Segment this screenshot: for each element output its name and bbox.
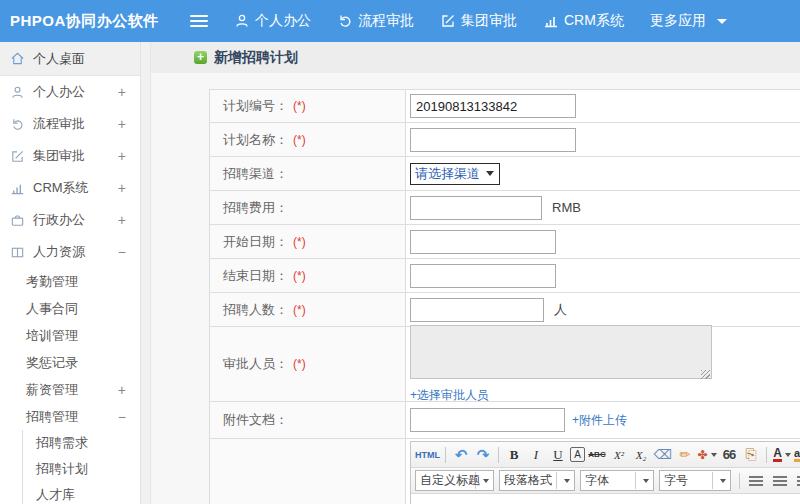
html-source-button[interactable]: HTML xyxy=(415,445,440,465)
unit-suffix: 人 xyxy=(554,301,567,319)
end-date-input[interactable] xyxy=(410,264,556,288)
editor-toolbar-row1: HTML ↶ ↷ B I U A ABC X² X₂ ⌫ xyxy=(411,442,800,468)
start-date-input[interactable] xyxy=(410,230,556,254)
sidebar-item-personal-office[interactable]: 个人办公 + xyxy=(0,76,140,108)
topnav-label: CRM系统 xyxy=(564,12,624,30)
field-label: 计划名称： xyxy=(223,131,288,149)
field-label-cell: 招聘渠道： xyxy=(210,157,406,190)
expand-toggle[interactable]: + xyxy=(118,212,126,228)
sidebar-scrollbar[interactable] xyxy=(140,42,151,504)
topnav-workflow-approval[interactable]: 流程审批 xyxy=(337,12,414,30)
select-value: 请选择渠道 xyxy=(415,165,480,183)
expand-toggle[interactable]: + xyxy=(118,180,126,196)
edit-icon xyxy=(440,13,456,29)
sidebar-item-recruit-plan[interactable]: 招聘计划 xyxy=(23,456,140,482)
chart-icon xyxy=(543,13,559,29)
field-label-cell: 附件文档： xyxy=(210,402,406,438)
hamburger-menu-icon[interactable] xyxy=(190,15,208,27)
font-style-button[interactable]: A xyxy=(570,447,585,462)
expand-toggle[interactable]: + xyxy=(118,148,126,164)
font-color-icon: A xyxy=(773,448,782,462)
sidebar-item-talent-pool[interactable]: 人才库 xyxy=(23,482,140,504)
currency-suffix: RMB xyxy=(552,200,581,215)
sidebar-item-salary[interactable]: 薪资管理 + xyxy=(0,376,140,403)
sidebar-item-recruit-needs[interactable]: 招聘需求 xyxy=(23,430,140,456)
sidebar-item-label: 培训管理 xyxy=(26,327,126,345)
sidebar-item-training[interactable]: 培训管理 xyxy=(0,322,140,349)
sidebar-item-rewards[interactable]: 奖惩记录 xyxy=(0,349,140,376)
subscript-button[interactable]: X₂ xyxy=(631,445,651,465)
field-label: 结束日期： xyxy=(223,267,288,285)
field-label: 招聘渠道： xyxy=(223,165,288,183)
topnav-group-approval[interactable]: 集团审批 xyxy=(440,12,517,30)
font-family-dropdown[interactable]: 字体 xyxy=(580,470,654,491)
italic-button[interactable]: I xyxy=(526,445,546,465)
paragraph-format-dropdown[interactable]: 段落格式 xyxy=(499,470,575,491)
bold-button[interactable]: B xyxy=(504,445,524,465)
expand-toggle[interactable]: + xyxy=(118,116,126,132)
highlight-color-button[interactable]: ab xyxy=(794,445,800,465)
align-center-button[interactable] xyxy=(773,476,787,478)
paste-button[interactable]: ⎘ xyxy=(741,445,761,465)
blockquote-button[interactable]: 66 xyxy=(719,445,739,465)
sidebar-item-crm[interactable]: CRM系统 + xyxy=(0,172,140,204)
redo-button[interactable]: ↷ xyxy=(473,445,493,465)
field-label: 计划编号： xyxy=(223,97,288,115)
required-mark: (*) xyxy=(293,303,306,317)
collapse-toggle[interactable]: − xyxy=(118,409,126,425)
cost-input[interactable] xyxy=(410,196,542,220)
expand-toggle[interactable]: + xyxy=(118,382,126,398)
topnav-label: 个人办公 xyxy=(255,12,311,30)
caret-down-icon xyxy=(785,453,791,457)
dropdown-value: 字号 xyxy=(660,472,713,489)
sidebar-item-attendance[interactable]: 考勤管理 xyxy=(0,268,140,295)
sidebar-item-admin-office[interactable]: 行政办公 + xyxy=(0,204,140,236)
superscript-button[interactable]: X² xyxy=(609,445,629,465)
caret-down-icon xyxy=(711,453,717,457)
custom-title-dropdown[interactable]: 自定义标题 xyxy=(415,470,494,491)
topnav-personal-office[interactable]: 个人办公 xyxy=(234,12,311,30)
sidebar-item-group-approval[interactable]: 集团审批 + xyxy=(0,140,140,172)
headcount-input[interactable] xyxy=(410,298,544,322)
sidebar: 个人桌面 个人办公 + 流程审批 + 集团审批 + CRM系统 + 行政办公 + xyxy=(0,42,140,504)
sidebar-item-label: 招聘需求 xyxy=(36,434,88,452)
plan-name-input[interactable] xyxy=(410,128,576,152)
sidebar-item-label: 薪资管理 xyxy=(26,381,118,399)
sidebar-item-hr-contracts[interactable]: 人事合同 xyxy=(0,295,140,322)
sidebar-item-recruitment[interactable]: 招聘管理 − xyxy=(0,403,140,430)
font-size-dropdown[interactable]: 字号 xyxy=(659,470,731,491)
attachment-upload-link[interactable]: +附件上传 xyxy=(572,412,627,429)
sidebar-item-label: 招聘管理 xyxy=(26,408,118,426)
dropdown-value: 自定义标题 xyxy=(416,472,476,489)
plan-number-input[interactable] xyxy=(410,94,576,118)
topnav-more-apps[interactable]: 更多应用 xyxy=(650,12,727,30)
editor-content-area[interactable] xyxy=(411,494,800,504)
sidebar-item-label: 考勤管理 xyxy=(26,273,126,291)
text-effect-button[interactable]: ✤ xyxy=(697,445,717,465)
caret-down-icon xyxy=(486,171,494,176)
expand-toggle[interactable]: + xyxy=(118,84,126,100)
sidebar-item-hr[interactable]: 人力资源 − xyxy=(0,236,140,268)
topnav-label: 集团审批 xyxy=(461,12,517,30)
align-left-button[interactable] xyxy=(749,476,763,478)
strikethrough-button[interactable]: ABC xyxy=(587,445,607,465)
field-label: 审批人员： xyxy=(223,355,288,373)
channel-select[interactable]: 请选择渠道 xyxy=(410,163,500,185)
form-row-headcount: 招聘人数： (*) 人 xyxy=(210,293,800,327)
underline-button[interactable]: U xyxy=(548,445,568,465)
sidebar-item-label: 人才库 xyxy=(36,486,75,504)
eraser-button[interactable]: ⌫ xyxy=(653,445,673,465)
attachment-input[interactable] xyxy=(410,408,565,432)
choose-approvers-link[interactable]: +选择审批人员 xyxy=(410,387,489,404)
font-color-button[interactable]: A xyxy=(772,445,792,465)
topnav-crm[interactable]: CRM系统 xyxy=(543,12,624,30)
sidebar-item-desktop[interactable]: 个人桌面 xyxy=(0,42,140,76)
sidebar-item-workflow-approval[interactable]: 流程审批 + xyxy=(0,108,140,140)
field-label-cell: 结束日期： (*) xyxy=(210,259,406,292)
form-row-attachment: 附件文档： +附件上传 xyxy=(210,402,800,439)
undo-button[interactable]: ↶ xyxy=(451,445,471,465)
collapse-toggle[interactable]: − xyxy=(118,244,126,260)
toolbar-separator xyxy=(445,447,446,463)
format-brush-button[interactable]: ✏ xyxy=(675,445,695,465)
approvers-textarea[interactable] xyxy=(410,325,712,379)
